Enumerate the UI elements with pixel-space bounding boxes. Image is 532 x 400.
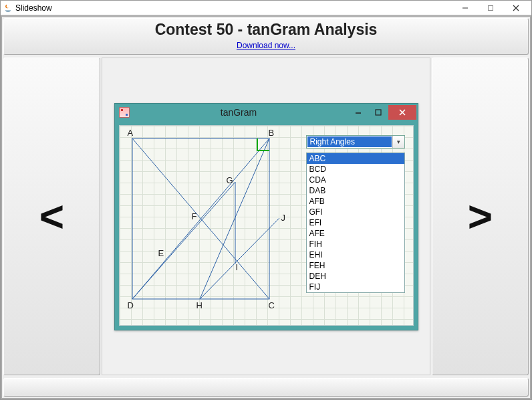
inner-maximize-button[interactable]: [368, 105, 388, 120]
page-title: Contest 50 - tanGram Analysis: [4, 21, 528, 39]
inner-minimize-button[interactable]: [348, 105, 368, 120]
header-bar: Contest 50 - tanGram Analysis Download n…: [3, 18, 529, 55]
app-window: Slideshow Contest 50 - tanGram Analysis …: [0, 0, 532, 400]
svg-rect-5: [376, 110, 381, 115]
point-label: B: [269, 128, 275, 138]
point-label: C: [269, 300, 275, 310]
list-item[interactable]: EHI: [307, 249, 404, 260]
list-item[interactable]: GFI: [307, 207, 404, 217]
geometry-canvas: [124, 130, 288, 309]
java-icon: [3, 3, 13, 13]
angle-listbox[interactable]: ABCBCDCDADABAFBGFIEFIAFEFIHEHIFEHDEHFIJ: [306, 153, 405, 293]
list-item[interactable]: AFB: [307, 196, 404, 207]
bottom-bar: [3, 378, 529, 397]
list-item[interactable]: ABC: [307, 153, 404, 164]
angle-type-dropdown[interactable]: Right Angles ▾: [306, 135, 405, 148]
inner-close-button[interactable]: [388, 105, 416, 120]
inner-app-icon: [119, 107, 130, 118]
point-label: H: [196, 300, 203, 310]
point-label: G: [227, 175, 233, 185]
prev-button[interactable]: <: [3, 58, 100, 375]
slide-content: tanGram: [102, 58, 430, 375]
point-label: F: [192, 211, 197, 221]
point-label: E: [158, 248, 164, 258]
inner-app-window: tanGram: [114, 103, 418, 330]
list-item[interactable]: DAB: [307, 185, 404, 196]
window-controls: [452, 1, 529, 15]
inner-titlebar: tanGram: [115, 104, 418, 121]
point-label: I: [236, 262, 239, 272]
next-button[interactable]: >: [432, 58, 529, 375]
inner-body: ABCDEFGHIJ Right Angles ▾ ABCBCDCDADABAF…: [119, 125, 414, 326]
titlebar: Slideshow: [1, 1, 531, 15]
point-label: D: [128, 300, 134, 310]
download-link[interactable]: Download now...: [237, 41, 295, 50]
list-item[interactable]: EFI: [307, 217, 404, 228]
svg-line-14: [200, 218, 279, 299]
list-item[interactable]: FIJ: [307, 282, 404, 292]
list-item[interactable]: AFE: [307, 228, 404, 239]
inner-window-controls: [348, 105, 418, 120]
svg-rect-1: [489, 5, 493, 10]
minimize-button[interactable]: [452, 1, 478, 15]
list-item[interactable]: DEH: [307, 271, 404, 282]
list-item[interactable]: FIH: [307, 239, 404, 249]
close-button[interactable]: [503, 1, 529, 15]
right-panel: Right Angles ▾ ABCBCDCDADABAFBGFIEFIAFEF…: [306, 135, 405, 293]
svg-line-12: [200, 138, 269, 299]
point-label: A: [128, 128, 134, 138]
window-title: Slideshow: [15, 3, 452, 13]
list-item[interactable]: BCD: [307, 164, 404, 175]
list-item[interactable]: CDA: [307, 175, 404, 185]
content-row: < tanGram: [2, 56, 530, 377]
list-item[interactable]: FEH: [307, 260, 404, 271]
chevron-down-icon: ▾: [392, 136, 404, 148]
dropdown-selected: Right Angles: [307, 136, 392, 147]
point-label: J: [281, 213, 286, 223]
maximize-button[interactable]: [478, 1, 503, 15]
inner-app-title: tanGram: [134, 107, 348, 118]
outer-frame: Contest 50 - tanGram Analysis Download n…: [1, 15, 531, 399]
